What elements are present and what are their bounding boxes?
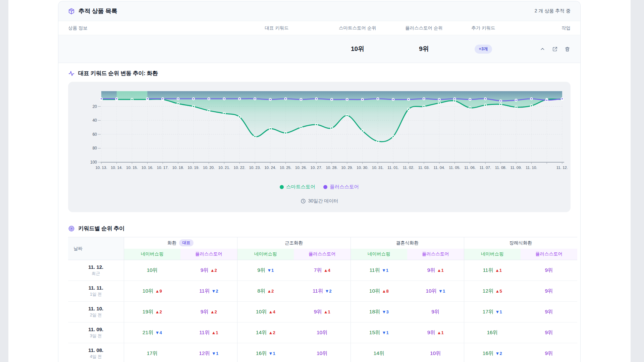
rank-cell: 18위▼3 — [351, 302, 407, 322]
rank-cell: 9위 — [521, 281, 577, 302]
svg-text:60: 60 — [93, 132, 97, 137]
legend-smartstore-label: 스마트스토어 — [286, 184, 315, 190]
svg-text:10. 25.: 10. 25. — [280, 166, 291, 170]
date-cell: 11. 12.최근 — [68, 260, 124, 281]
rank-cell: 9위▲1 — [294, 302, 351, 322]
rank-cell: 10위▲9 — [124, 281, 180, 302]
package-icon — [68, 8, 75, 14]
subcol-navershopping: 네이버쇼핑 — [237, 249, 294, 260]
table-row: 11. 12.최근 10위 9위▲2 9위▼1 7위▲4 11위▼1 9위▲1 — [68, 260, 577, 281]
svg-text:11. 02.: 11. 02. — [403, 166, 414, 170]
svg-text:10. 24.: 10. 24. — [264, 166, 276, 170]
svg-text:10. 20.: 10. 20. — [203, 166, 215, 170]
trash-icon[interactable] — [564, 46, 571, 52]
rank-cell: 10위 — [294, 322, 351, 343]
rank-cell: 16위▼2 — [464, 343, 521, 362]
svg-text:10. 16.: 10. 16. — [142, 166, 153, 170]
subcol-plusstore: 플러스스토어 — [294, 249, 351, 260]
product-row[interactable]: 10위 9위 +3개 — [58, 35, 580, 63]
svg-text:20: 20 — [93, 104, 97, 109]
rank-cell: 10위▲4 — [237, 302, 294, 322]
rank-cell: 10위 — [294, 343, 351, 362]
chart-title-text: 대표 키워드 순위 변동 추이: 화환 — [78, 70, 158, 77]
rep-badge: 대표 — [179, 239, 194, 246]
rank-cell: 10위▲8 — [351, 281, 407, 302]
rank-cell: 9위▲1 — [407, 260, 464, 281]
rank-cell: 9위 — [521, 322, 577, 343]
keyword-section-title: 키워드별 순위 추이 — [68, 225, 571, 232]
chart-section: 대표 키워드 순위 변동 추이: 화환 2040608010010. 13.10… — [58, 63, 580, 221]
subcol-plusstore: 플러스스토어 — [180, 249, 237, 260]
chevron-up-icon[interactable] — [539, 46, 546, 52]
rank-cell: 11위▼2 — [294, 281, 351, 302]
rank-cell: 17위 — [124, 343, 180, 362]
rank-trend-chart[interactable]: 2040608010010. 13.10. 14.10. 15.10. 16.1… — [71, 84, 568, 174]
chart-legend: 스마트스토어 플러스스토어 — [71, 184, 568, 190]
rank-cell: 12위▲5 — [464, 281, 521, 302]
svg-text:11. 04.: 11. 04. — [433, 166, 445, 170]
rank-cell: 9위▲1 — [407, 322, 464, 343]
plusstore-dot-icon — [323, 185, 327, 189]
rank-cell: 17위▼1 — [464, 302, 521, 322]
svg-text:11. 08.: 11. 08. — [495, 166, 506, 170]
page-title: 추적 상품 목록 — [78, 7, 117, 15]
rank-cell: 14위▲2 — [237, 322, 294, 343]
rank-cell: 10위 — [407, 343, 464, 362]
tracked-products-card: 추적 상품 목록 2 개 상품 추적 중 상품 정보 대표 키워드 스마트스토어… — [58, 1, 581, 362]
svg-text:11. 05.: 11. 05. — [449, 166, 460, 170]
keyword-group-header: 결혼식화환 — [351, 237, 464, 249]
svg-text:10. 22.: 10. 22. — [234, 166, 246, 170]
subcol-plusstore: 플러스스토어 — [521, 249, 577, 260]
svg-text:10. 28.: 10. 28. — [326, 166, 337, 170]
col-extra-keywords: 추가 키워드 — [453, 25, 513, 31]
rank-cell: 11위▼1 — [351, 260, 407, 281]
svg-text:10. 14.: 10. 14. — [111, 166, 122, 170]
tracking-status: 2 개 상품 추적 중 — [535, 8, 571, 14]
svg-text:11. 09.: 11. 09. — [510, 166, 522, 170]
rank-cell: 8위▲2 — [237, 281, 294, 302]
keyword-group-header: 화환대표 — [124, 237, 237, 249]
bullseye-icon — [68, 225, 75, 232]
keyword-section: 키워드별 순위 추이 날짜 화환대표 근조화환 결혼식화환 장례식화환 네이버쇼… — [58, 221, 580, 362]
subcol-plusstore: 플러스스토어 — [407, 249, 464, 260]
col-plusstore-rank: 플러스스토어 순위 — [394, 25, 453, 31]
extra-keywords-badge[interactable]: +3개 — [475, 45, 492, 54]
rank-cell: 12위▼1 — [180, 343, 237, 362]
activity-pulse-icon — [68, 70, 75, 77]
svg-text:10. 19.: 10. 19. — [187, 166, 199, 170]
page-left-gutter — [0, 0, 8, 362]
svg-text:11. 01.: 11. 01. — [387, 166, 399, 170]
svg-text:11. 07.: 11. 07. — [480, 166, 491, 170]
rank-cell: 7위▲4 — [294, 260, 351, 281]
rank-trend-chart-container: 2040608010010. 13.10. 14.10. 15.10. 16.1… — [68, 82, 571, 212]
keyword-rank-table: 날짜 화환대표 근조화환 결혼식화환 장례식화환 네이버쇼핑플러스스토어네이버쇼… — [68, 237, 577, 362]
rank-cell: 11위▼2 — [180, 281, 237, 302]
table-row: 11. 09.3일 전 21위▼4 11위▲1 14위▲2 10위 15위▼1 … — [68, 322, 577, 343]
svg-text:10. 15.: 10. 15. — [126, 166, 138, 170]
external-link-icon[interactable] — [551, 46, 558, 52]
rank-cell: 10위 — [124, 260, 180, 281]
rank-cell: 14위 — [351, 343, 407, 362]
svg-text:10. 31.: 10. 31. — [372, 166, 384, 170]
row-actions — [513, 46, 580, 52]
table-row: 11. 08.4일 전 17위 12위▼1 16위▼1 10위 14위 10위 — [68, 343, 577, 362]
svg-text:10. 27.: 10. 27. — [311, 166, 322, 170]
svg-text:10. 26.: 10. 26. — [295, 166, 307, 170]
rank-cell: 9위 — [521, 302, 577, 322]
svg-text:10. 21.: 10. 21. — [218, 166, 230, 170]
rank-cell: 9위▲2 — [180, 302, 237, 322]
card-title: 추적 상품 목록 — [68, 7, 117, 15]
chart-footer-text: 30일간 데이터 — [308, 198, 338, 204]
date-cell: 11. 11.1일 전 — [68, 281, 124, 302]
rank-cell: 9위 — [521, 260, 577, 281]
legend-plusstore: 플러스스토어 — [323, 184, 359, 190]
rank-cell: 21위▼4 — [124, 322, 180, 343]
rank-cell: 9위▲2 — [180, 260, 237, 281]
chart-footer: 30일간 데이터 — [71, 198, 568, 204]
svg-text:10. 18.: 10. 18. — [172, 166, 184, 170]
svg-text:11. 10.: 11. 10. — [526, 166, 537, 170]
svg-text:100: 100 — [90, 160, 97, 165]
rank-cell: 10위▼1 — [407, 281, 464, 302]
rank-cell: 9위▼1 — [237, 260, 294, 281]
kw-subheader-row: 네이버쇼핑플러스스토어네이버쇼핑플러스스토어네이버쇼핑플러스스토어네이버쇼핑플러… — [68, 249, 577, 260]
